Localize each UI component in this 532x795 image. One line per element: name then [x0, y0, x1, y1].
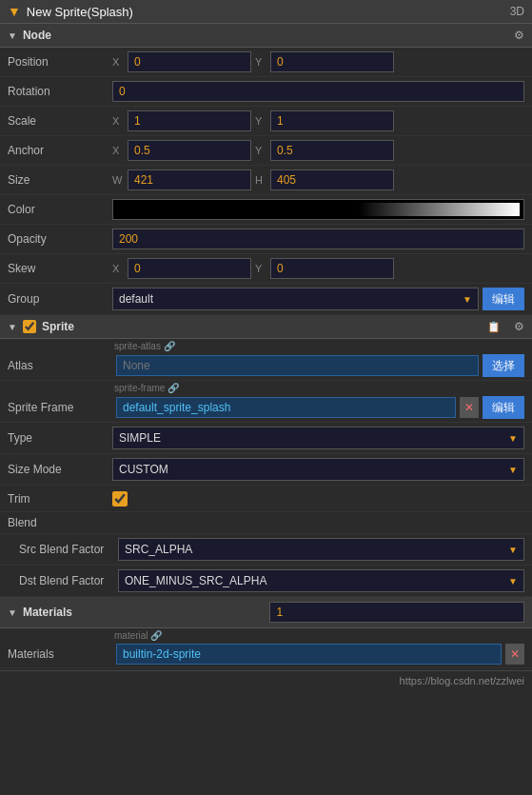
sprite-frame-label: Sprite Frame: [8, 401, 112, 414]
size-content: W H: [112, 169, 524, 190]
3d-label: 3D: [510, 5, 524, 18]
size-h-label: H: [255, 174, 266, 186]
position-x-input[interactable]: [128, 51, 251, 72]
node-title: New Sprite(Splash): [27, 5, 504, 19]
trim-label: Trim: [8, 492, 112, 506]
scale-y-label: Y: [255, 115, 266, 127]
src-blend-label: Src Blend Factor: [19, 543, 114, 556]
skew-label: Skew: [8, 262, 112, 275]
rotation-content: [112, 81, 524, 102]
node-section-arrow-icon[interactable]: ▼: [8, 30, 17, 41]
materials-section-title: Materials: [23, 606, 265, 619]
anchor-label: Anchor: [8, 144, 112, 157]
sprite-arrow-icon[interactable]: ▼: [8, 322, 17, 332]
group-label: Group: [8, 292, 112, 306]
anchor-x-input[interactable]: [128, 140, 251, 161]
size-h-input[interactable]: [270, 169, 394, 190]
trim-content: [112, 491, 524, 507]
scale-x-label: X: [112, 115, 124, 127]
blend-label: Blend: [0, 512, 532, 534]
size-label: Size: [8, 173, 112, 187]
scale-y-input[interactable]: [270, 110, 394, 131]
position-content: X Y: [112, 51, 524, 72]
pos-y-label: Y: [255, 56, 266, 68]
materials-section-header: ▼ Materials: [0, 597, 532, 628]
src-blend-row: Src Blend Factor SRC_ALPHA ▼: [0, 534, 532, 566]
size-w-label: W: [112, 174, 124, 186]
materials-item-label: Materials: [8, 647, 112, 661]
src-blend-value: SRC_ALPHA: [125, 543, 192, 556]
group-dropdown[interactable]: default ▼: [112, 288, 479, 310]
group-edit-button[interactable]: 编辑: [483, 288, 524, 310]
size-row: Size W H: [0, 166, 532, 195]
color-label: Color: [8, 203, 112, 216]
scale-x-input[interactable]: [128, 110, 251, 131]
sprite-frame-clear-button[interactable]: ✕: [460, 397, 479, 418]
materials-sub-label: material 🔗: [0, 628, 532, 641]
type-dropdown-value: SIMPLE: [119, 431, 161, 445]
skew-y-input[interactable]: [270, 258, 394, 279]
scale-label: Scale: [8, 114, 112, 128]
skew-y-label: Y: [255, 263, 266, 274]
color-content: [112, 199, 524, 220]
type-content: SIMPLE ▼: [112, 427, 524, 449]
skew-x-label: X: [112, 263, 124, 274]
materials-link-text: material 🔗: [114, 630, 162, 641]
sprite-copy-icon[interactable]: 📋: [487, 321, 501, 333]
color-row: Color: [0, 195, 532, 225]
opacity-input[interactable]: [112, 229, 524, 249]
group-row: Group default ▼ 编辑: [0, 284, 532, 315]
dst-blend-dropdown[interactable]: ONE_MINUS_SRC_ALPHA ▼: [118, 569, 524, 592]
sprite-enable-checkbox[interactable]: [23, 320, 36, 333]
atlas-sub-label: sprite-atlas 🔗: [0, 339, 532, 351]
atlas-label: Atlas: [8, 359, 112, 372]
type-row: Type SIMPLE ▼: [0, 423, 532, 454]
materials-arrow-icon[interactable]: ▼: [8, 607, 17, 618]
size-mode-dropdown-arrow-icon: ▼: [508, 465, 518, 475]
size-w-input[interactable]: [128, 169, 251, 190]
color-preview-bar: [117, 203, 520, 216]
size-mode-row: Size Mode CUSTOM ▼: [0, 454, 532, 486]
sprite-frame-input[interactable]: [116, 397, 456, 418]
size-mode-dropdown[interactable]: CUSTOM ▼: [112, 458, 524, 481]
atlas-link-text: sprite-atlas 🔗: [114, 341, 175, 351]
dst-blend-value: ONE_MINUS_SRC_ALPHA: [125, 574, 266, 587]
group-dropdown-arrow-icon: ▼: [463, 294, 472, 305]
trim-row: Trim: [0, 486, 532, 512]
opacity-row: Opacity: [0, 225, 532, 254]
atlas-input[interactable]: [116, 355, 479, 376]
type-dropdown[interactable]: SIMPLE ▼: [112, 427, 524, 449]
src-blend-dropdown[interactable]: SRC_ALPHA ▼: [118, 538, 524, 561]
footer-url: https://blog.csdn.net/zzlwei: [0, 670, 532, 690]
dst-blend-arrow-icon: ▼: [508, 576, 518, 586]
sprite-section-title: Sprite: [42, 320, 482, 333]
skew-x-input[interactable]: [128, 258, 251, 279]
materials-item-input[interactable]: [116, 644, 502, 665]
materials-item-clear-button[interactable]: ✕: [505, 644, 524, 665]
position-y-input[interactable]: [270, 51, 394, 72]
rotation-input[interactable]: [112, 81, 524, 102]
node-section-title: Node: [23, 29, 508, 42]
materials-item-row: Materials ✕: [0, 641, 532, 668]
sprite-gear-icon[interactable]: ⚙: [514, 320, 524, 333]
expand-arrow-icon[interactable]: ▼: [8, 4, 21, 19]
size-mode-content: CUSTOM ▼: [112, 458, 524, 481]
rotation-label: Rotation: [8, 85, 112, 98]
src-blend-arrow-icon: ▼: [508, 545, 518, 555]
atlas-select-button[interactable]: 选择: [483, 354, 524, 377]
materials-count-input[interactable]: [269, 602, 524, 623]
anchor-row: Anchor X Y: [0, 136, 532, 166]
anchor-x-label: X: [112, 145, 124, 156]
scale-row: Scale X Y: [0, 107, 532, 136]
anchor-content: X Y: [112, 140, 524, 161]
dst-blend-row: Dst Blend Factor ONE_MINUS_SRC_ALPHA ▼: [0, 566, 532, 597]
sprite-frame-edit-button[interactable]: 编辑: [483, 396, 524, 419]
trim-checkbox[interactable]: [112, 491, 128, 507]
color-picker[interactable]: [112, 199, 524, 220]
node-gear-icon[interactable]: ⚙: [514, 29, 524, 42]
group-content: default ▼ 编辑: [112, 288, 524, 310]
skew-row: Skew X Y: [0, 254, 532, 284]
sprite-frame-sub-label: sprite-frame 🔗: [0, 381, 532, 393]
sprite-frame-link-text: sprite-frame 🔗: [114, 383, 179, 393]
anchor-y-input[interactable]: [270, 140, 394, 161]
